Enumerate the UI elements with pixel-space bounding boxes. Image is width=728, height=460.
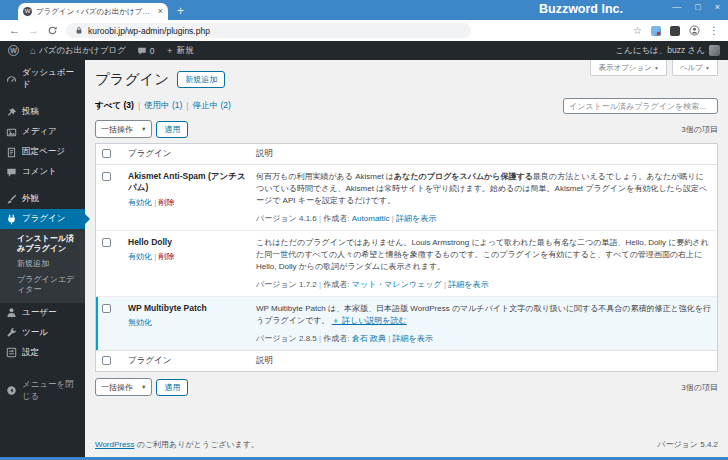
admin-bar-comments[interactable]: 0	[137, 46, 155, 56]
sidebar-item-users[interactable]: ユーザー	[0, 303, 85, 323]
filter-inactive[interactable]: 停止中 (2)	[193, 100, 231, 112]
submenu-plugin-editor[interactable]: プラグインエディター	[0, 272, 85, 298]
window-controls: — □ ×	[672, 2, 720, 12]
user-avatar[interactable]	[709, 45, 720, 56]
plugin-description: 何百万もの利用実績がある Akismet はあなたのブログをスパムから保護する最…	[256, 171, 711, 207]
author-link[interactable]: Automattic	[352, 214, 390, 223]
sidebar-item-tools[interactable]: ツール	[0, 323, 85, 343]
lock-icon	[75, 26, 83, 35]
view-details-link[interactable]: 詳細を表示	[393, 334, 433, 343]
view-details-link[interactable]: 詳細を表示	[396, 214, 436, 223]
filter-active[interactable]: 使用中 (1)	[144, 100, 182, 112]
new-label: ＋ 新規	[166, 45, 194, 57]
browser-urlbar: ← → kuroobi.jp/wp-admin/plugins.php ☆ ⋮	[0, 20, 728, 41]
plugin-name: Akismet Anti-Spam (アンチスパム)	[128, 171, 248, 194]
plugin-version: バージョン 2.8.5	[256, 334, 317, 343]
plugin-version: バージョン 1.7.2	[256, 280, 317, 289]
plugins-table: プラグイン 説明 Akismet Anti-Spam (アンチスパム) 有効化 …	[95, 143, 718, 372]
reload-icon[interactable]	[47, 25, 58, 36]
row-checkbox[interactable]	[102, 238, 111, 247]
extension-blue-icon[interactable]	[651, 26, 661, 36]
add-new-plugin-button[interactable]: 新規追加	[177, 71, 225, 88]
bulk-actions-select-bottom[interactable]: 一括操作 ▼	[95, 378, 152, 396]
select-all-checkbox[interactable]	[102, 356, 111, 365]
footer-version: バージョン 5.4.2	[657, 439, 718, 450]
sidebar-label: 設定	[22, 347, 39, 359]
new-tab-button[interactable]: +	[177, 5, 184, 17]
plugin-icon	[6, 214, 17, 225]
separator: |	[319, 214, 321, 223]
search-plugins-input[interactable]	[563, 98, 718, 114]
activate-link[interactable]: 有効化	[128, 198, 152, 207]
author-label: 作成者:	[323, 280, 351, 289]
sidebar-item-plugins[interactable]: プラグイン	[0, 209, 85, 229]
browser-menu-icon[interactable]: ⋮	[709, 25, 719, 36]
wordpress-link[interactable]: WordPress	[95, 440, 134, 449]
minimize-button[interactable]: —	[672, 2, 681, 12]
sidebar-item-appearance[interactable]: 外観	[0, 189, 85, 209]
maximize-button[interactable]: □	[695, 2, 700, 12]
users-icon	[6, 307, 17, 318]
column-footer-plugin[interactable]: プラグイン	[128, 355, 248, 367]
apply-button[interactable]: 適用	[156, 121, 188, 138]
tab-close-icon[interactable]: ×	[158, 7, 163, 16]
separator: |	[138, 101, 140, 111]
delete-link[interactable]: 削除	[159, 252, 175, 261]
author-link[interactable]: マット・マレンウェッグ	[352, 280, 442, 289]
window-title: Buzzword Inc.	[539, 2, 623, 16]
delete-link[interactable]: 削除	[159, 198, 175, 207]
extension-dark-icon[interactable]	[670, 26, 680, 36]
column-header-plugin[interactable]: プラグイン	[128, 148, 248, 160]
deactivate-link[interactable]: 無効化	[128, 318, 152, 327]
media-icon	[6, 127, 17, 138]
row-checkbox[interactable]	[102, 172, 111, 181]
plugin-name: WP Multibyte Patch	[128, 303, 248, 314]
sidebar-item-dashboard[interactable]: ダッシュボード	[0, 63, 85, 95]
main-content: 表示オプション ▼ ヘルプ ▼ プラグイン 新規追加 すべて (3) | 使用中…	[85, 60, 728, 457]
bookmark-star-icon[interactable]: ☆	[633, 25, 642, 36]
screen-options-button[interactable]: 表示オプション ▼	[590, 60, 666, 76]
activate-link[interactable]: 有効化	[128, 252, 152, 261]
page-title: プラグイン	[95, 70, 169, 89]
separator: |	[319, 280, 321, 289]
sidebar-item-pages[interactable]: 固定ページ	[0, 142, 85, 162]
footer-thanks: WordPress のご利用ありがとうございます。	[95, 439, 259, 450]
sidebar-item-settings[interactable]: 設定	[0, 343, 85, 363]
author-link[interactable]: 倉石 政典	[352, 334, 386, 343]
apply-button-bottom[interactable]: 適用	[156, 379, 188, 396]
howdy-greeting[interactable]: こんにちは、buzz さん	[615, 45, 705, 57]
admin-bar-new-button[interactable]: ＋ 新規	[166, 45, 194, 57]
forward-icon[interactable]: →	[28, 25, 39, 36]
table-row-active: WP Multibyte Patch 無効化 WP Multibyte Patc…	[96, 297, 717, 350]
close-button[interactable]: ×	[715, 2, 720, 12]
bulk-actions-label: 一括操作	[101, 124, 133, 135]
admin-bar-site-link[interactable]: ⌂ バズのお出かけブログ	[30, 45, 126, 57]
read-more-link[interactable]: ＋ 詳しい説明を読む	[332, 316, 407, 325]
collapse-menu-button[interactable]: メニューを閉じる	[0, 375, 85, 407]
submenu-installed-plugins[interactable]: インストール済みプラグイン	[0, 231, 85, 257]
help-button[interactable]: ヘルプ ▼	[672, 60, 718, 76]
address-bar[interactable]: kuroobi.jp/wp-admin/plugins.php	[66, 23, 471, 38]
back-icon[interactable]: ←	[9, 25, 20, 36]
sidebar-item-posts[interactable]: 投稿	[0, 102, 85, 122]
plugin-name: Hello Dolly	[128, 237, 248, 248]
wordpress-logo-icon[interactable]: W	[8, 45, 19, 56]
browser-titlebar: W プラグイン ‹ バズのお出かけブログ — W × + Buzzword In…	[0, 0, 728, 20]
sidebar-label: 投稿	[22, 106, 39, 118]
profile-icon[interactable]	[689, 25, 700, 36]
filter-all[interactable]: すべて (3)	[95, 100, 134, 112]
bulk-actions-select[interactable]: 一括操作 ▼	[95, 120, 152, 138]
select-all-checkbox[interactable]	[102, 149, 111, 158]
admin-sidebar: ダッシュボード 投稿 メディア 固定ページ コメント 外観	[0, 60, 85, 457]
sidebar-item-media[interactable]: メディア	[0, 122, 85, 142]
browser-tab[interactable]: W プラグイン ‹ バズのお出かけブログ — W ×	[18, 3, 168, 20]
view-details-link[interactable]: 詳細を表示	[448, 280, 488, 289]
wrench-icon	[6, 327, 17, 338]
table-row: Hello Dolly 有効化 | 削除 これはただのプラグインではありません。…	[96, 231, 717, 297]
separator: |	[444, 280, 446, 289]
site-name: バズのお出かけブログ	[39, 45, 126, 57]
submenu-add-new[interactable]: 新規追加	[0, 257, 85, 272]
sidebar-item-comments[interactable]: コメント	[0, 162, 85, 182]
row-checkbox[interactable]	[102, 304, 111, 313]
table-header: プラグイン 説明	[96, 144, 717, 165]
